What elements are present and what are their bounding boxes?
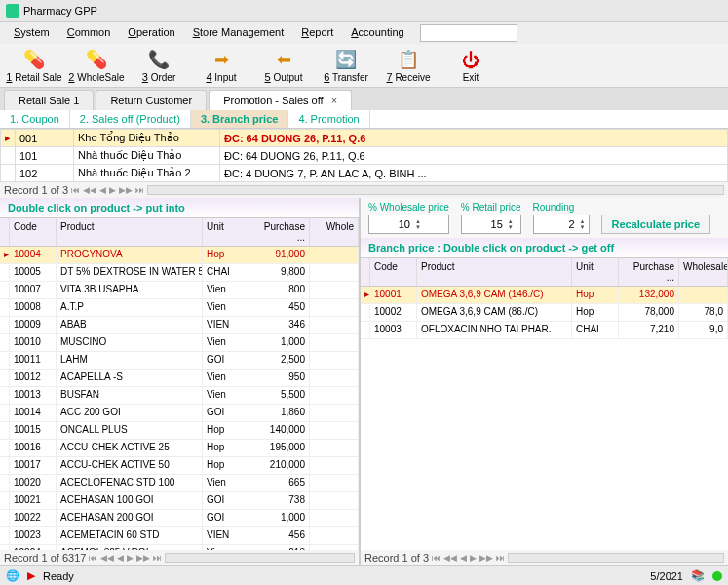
branch-row[interactable]: ▸001Kho Tổng Diệu ThảoĐC: 64 DUONG 26, P… [1, 130, 728, 147]
close-icon[interactable]: × [331, 95, 337, 106]
column-header[interactable]: Code [370, 258, 417, 286]
spinner-arrows-icon[interactable]: ▲▼ [577, 215, 589, 233]
menu-common[interactable]: Common [59, 24, 119, 42]
tab-return-customer[interactable]: Return Customer [96, 90, 207, 110]
column-header[interactable]: Code [10, 218, 57, 246]
nav-prev-icon[interactable]: ◀ [460, 553, 467, 563]
nav-next-icon[interactable]: ▶ [127, 553, 134, 563]
transfer-icon: 🔄 [332, 48, 360, 71]
toolbar-exit-button[interactable]: ⏻Exit [442, 49, 499, 83]
retail-spinner[interactable]: ▲▼ [461, 214, 521, 234]
product-row[interactable]: 10022ACEHASAN 200 GOIGOI1,000 [0, 510, 359, 527]
right-grid-body[interactable]: ▸10001OMEGA 3,6,9 CAM (146./C)Hop132,000… [361, 287, 728, 550]
product-row[interactable]: 10016ACCU-CHEK ACTIVE 25Hop195,000 [0, 440, 359, 457]
menu-report[interactable]: Report [293, 24, 341, 42]
column-header[interactable]: Wholesale [679, 258, 728, 286]
product-row[interactable]: 10012ACAPELLA -SVien950 [0, 370, 359, 387]
product-row[interactable]: 10008A.T.PVien450 [0, 299, 359, 317]
nav-scrollbar[interactable] [147, 185, 724, 195]
spinner-arrows-icon[interactable]: ▲▼ [412, 215, 424, 233]
nav-prev-icon[interactable]: ◀ [117, 553, 124, 563]
nav-next-page-icon[interactable]: ▶▶ [119, 185, 133, 195]
product-row[interactable]: 10014ACC 200 GOIGOI1,860 [0, 405, 359, 422]
nav-scrollbar[interactable] [165, 553, 355, 563]
wholesale-input[interactable] [369, 215, 412, 233]
tab-retail-sale-1[interactable]: Retail Sale 1 [4, 90, 94, 110]
menu-system[interactable]: System [6, 24, 57, 42]
product-row[interactable]: 10020ACECLOFENAC STD 100Vien665 [0, 475, 359, 492]
toolbar-input-button[interactable]: ➡4 Input [193, 48, 249, 83]
product-row[interactable]: 10017ACCU-CHEK ACTIVE 50Hop210,000 [0, 457, 359, 475]
column-header[interactable]: Unit [203, 218, 249, 246]
branch-row[interactable]: 101Nhà thuốc Diệu ThảoĐC: 64 DUONG 26, P… [1, 147, 728, 165]
product-row[interactable]: 10021ACEHASAN 100 GOIGOI738 [0, 492, 359, 510]
nav-next-page-icon[interactable]: ▶▶ [479, 553, 493, 563]
menu-accounting[interactable]: Accounting [343, 24, 411, 42]
column-header[interactable]: Purchase ... [249, 218, 310, 246]
toolbar-order-button[interactable]: 📞3 Order [131, 48, 187, 83]
product-row[interactable]: 10005DT 5% DEXTROSE IN WATER 500MLCHAI9,… [0, 264, 359, 282]
nav-prev-page-icon[interactable]: ◀◀ [443, 553, 457, 563]
subtab-promotion[interactable]: 4. Promotion [288, 110, 369, 128]
nav-first-icon[interactable]: ⏮ [71, 185, 80, 195]
rounding-input[interactable] [534, 215, 577, 233]
column-header[interactable]: Product [57, 218, 203, 246]
product-row[interactable]: 10011LAHMGOI2,500 [0, 352, 359, 370]
nav-last-icon[interactable]: ⏭ [153, 553, 162, 563]
cell-code: 10005 [10, 264, 57, 281]
subtab-branch-price[interactable]: 3. Branch price [191, 110, 288, 128]
rounding-spinner[interactable]: ▲▼ [533, 214, 590, 234]
tab-promotion-sales-off[interactable]: Promotion - Sales off× [209, 90, 352, 110]
retail-input[interactable] [462, 215, 505, 233]
column-header[interactable]: Unit [572, 258, 619, 286]
product-row[interactable]: ▸10004PROGYNOVAHop91,000 [0, 247, 359, 264]
cell-code: 10007 [10, 282, 57, 298]
subtab-sales-off-product-[interactable]: 2. Sales off (Product) [70, 110, 191, 128]
cell-wholesale [310, 492, 359, 509]
ie-icon[interactable]: 🌐 [6, 569, 19, 582]
menu-operation[interactable]: Operation [120, 24, 182, 42]
toolbar-output-button[interactable]: ⬅5 Output [255, 48, 312, 83]
recalculate-button[interactable]: Recalculate price [601, 214, 711, 234]
product-row[interactable]: 10009ABABVIEN346 [0, 317, 359, 334]
subtab-coupon[interactable]: 1. Coupon [0, 110, 70, 128]
nav-last-icon[interactable]: ⏭ [496, 553, 505, 563]
row-pointer-icon [0, 422, 10, 439]
youtube-icon[interactable]: ▶ [27, 569, 35, 582]
nav-prev-icon[interactable]: ◀ [99, 185, 106, 195]
product-row[interactable]: 10010MUSCINOVien1,000 [0, 334, 359, 352]
left-grid-body[interactable]: ▸10004PROGYNOVAHop91,00010005DT 5% DEXTR… [0, 247, 359, 550]
toolbar-wholesale-button[interactable]: 💊2 WholeSale [68, 48, 125, 83]
product-row[interactable]: ▸10001OMEGA 3,6,9 CAM (146./C)Hop132,000 [361, 287, 728, 304]
nav-scrollbar[interactable] [508, 553, 724, 563]
column-header[interactable]: Whole [310, 218, 359, 246]
product-row[interactable]: 10003OFLOXACIN NHO TAI PHAR.CHAI7,2109,0 [361, 322, 728, 339]
toolbar-receive-button[interactable]: 📋7 Receive [380, 48, 437, 83]
product-row[interactable]: 10015ONCALL PLUSHop140,000 [0, 422, 359, 440]
menu-store-management[interactable]: Store Management [185, 24, 292, 42]
nav-prev-page-icon[interactable]: ◀◀ [100, 553, 114, 563]
branch-grid[interactable]: ▸001Kho Tổng Diệu ThảoĐC: 64 DUONG 26, P… [0, 129, 728, 182]
nav-next-page-icon[interactable]: ▶▶ [136, 553, 150, 563]
branch-row[interactable]: 102Nhà thuốc Diệu Thảo 2ĐC: 4 DUONG 7, P… [1, 165, 728, 182]
nav-first-icon[interactable]: ⏮ [432, 553, 441, 563]
nav-last-icon[interactable]: ⏭ [135, 185, 144, 195]
product-row[interactable]: 10023ACEMETACIN 60 STDVIEN456 [0, 527, 359, 545]
menu-combo[interactable] [420, 24, 517, 42]
toolbar-transfer-button[interactable]: 🔄6 Transfer [318, 48, 374, 83]
row-pointer-icon [0, 475, 10, 491]
product-row[interactable]: 10013BUSFANVien5,500 [0, 387, 359, 405]
nav-prev-page-icon[interactable]: ◀◀ [83, 185, 96, 195]
column-header[interactable]: Product [417, 258, 572, 286]
spinner-arrows-icon[interactable]: ▲▼ [505, 215, 517, 233]
toolbar-retail-sale-button[interactable]: 💊1 Retail Sale [6, 48, 62, 83]
nav-next-icon[interactable]: ▶ [109, 185, 116, 195]
nav-first-icon[interactable]: ⏮ [89, 553, 97, 563]
nav-next-icon[interactable]: ▶ [470, 553, 477, 563]
product-row[interactable]: 10007VITA.3B USAPHAVien800 [0, 282, 359, 299]
column-header[interactable]: Purchase ... [619, 258, 679, 286]
wholesale-spinner[interactable]: ▲▼ [368, 214, 449, 234]
product-row[interactable]: 10002OMEGA 3,6,9 CAM (86./C)Hop78,00078,… [361, 304, 728, 322]
row-pointer-icon [0, 492, 10, 509]
books-icon[interactable]: 📚 [691, 569, 705, 582]
